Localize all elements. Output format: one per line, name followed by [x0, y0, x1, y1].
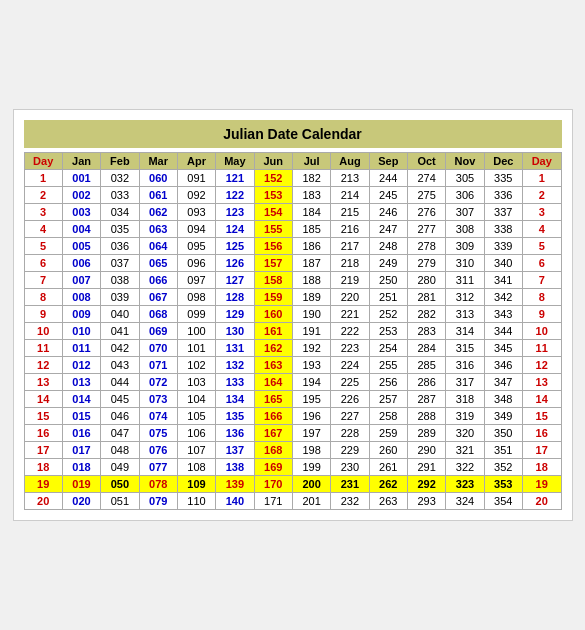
julian-date: 165: [254, 391, 292, 408]
julian-date: 289: [407, 425, 445, 442]
calendar-title: Julian Date Calendar: [24, 120, 562, 148]
julian-date: 138: [216, 459, 254, 476]
julian-date: 274: [407, 170, 445, 187]
table-row: 1801804907710813816919923026129132235218: [24, 459, 561, 476]
julian-date: 091: [177, 170, 215, 187]
julian-date: 248: [369, 238, 407, 255]
julian-date: 050: [101, 476, 139, 493]
day-number-end: 4: [522, 221, 561, 238]
day-number: 4: [24, 221, 62, 238]
julian-date: 222: [331, 323, 369, 340]
julian-date: 231: [331, 476, 369, 493]
julian-date: 155: [254, 221, 292, 238]
day-number: 3: [24, 204, 62, 221]
day-number-end: 11: [522, 340, 561, 357]
julian-date: 351: [484, 442, 522, 459]
julian-date: 201: [292, 493, 330, 510]
julian-date: 255: [369, 357, 407, 374]
julian-date: 190: [292, 306, 330, 323]
header-feb: Feb: [101, 153, 139, 170]
julian-date: 321: [446, 442, 484, 459]
header-mar: Mar: [139, 153, 177, 170]
julian-date: 213: [331, 170, 369, 187]
table-row: 60060370650961261571872182492793103406: [24, 255, 561, 272]
table-row: 1501504607410513516619622725828831934915: [24, 408, 561, 425]
calendar-table: DayJanFebMarAprMayJunJulAugSepOctNovDecD…: [24, 152, 562, 510]
julian-date: 254: [369, 340, 407, 357]
day-number: 13: [24, 374, 62, 391]
julian-date: 188: [292, 272, 330, 289]
julian-date: 318: [446, 391, 484, 408]
day-number-end: 8: [522, 289, 561, 306]
julian-date: 195: [292, 391, 330, 408]
julian-date: 200: [292, 476, 330, 493]
julian-date: 043: [101, 357, 139, 374]
julian-date: 103: [177, 374, 215, 391]
julian-date: 092: [177, 187, 215, 204]
day-number: 12: [24, 357, 62, 374]
julian-date: 275: [407, 187, 445, 204]
julian-date: 100: [177, 323, 215, 340]
julian-date: 199: [292, 459, 330, 476]
header-aug: Aug: [331, 153, 369, 170]
julian-date: 073: [139, 391, 177, 408]
day-number-end: 16: [522, 425, 561, 442]
julian-date: 232: [331, 493, 369, 510]
julian-date: 191: [292, 323, 330, 340]
julian-date: 223: [331, 340, 369, 357]
julian-date: 229: [331, 442, 369, 459]
julian-date: 041: [101, 323, 139, 340]
day-number-end: 19: [522, 476, 561, 493]
julian-date: 245: [369, 187, 407, 204]
julian-date: 047: [101, 425, 139, 442]
julian-date: 184: [292, 204, 330, 221]
julian-date: 225: [331, 374, 369, 391]
day-number-end: 20: [522, 493, 561, 510]
julian-date: 039: [101, 289, 139, 306]
julian-date: 246: [369, 204, 407, 221]
julian-date: 036: [101, 238, 139, 255]
julian-date: 352: [484, 459, 522, 476]
julian-date: 167: [254, 425, 292, 442]
julian-date: 107: [177, 442, 215, 459]
table-row: 90090400680991291601902212522823133439: [24, 306, 561, 323]
day-number-end: 5: [522, 238, 561, 255]
julian-date: 164: [254, 374, 292, 391]
julian-date: 354: [484, 493, 522, 510]
julian-date: 257: [369, 391, 407, 408]
julian-date: 263: [369, 493, 407, 510]
day-number-end: 12: [522, 357, 561, 374]
header-nov: Nov: [446, 153, 484, 170]
julian-date: 095: [177, 238, 215, 255]
julian-date: 042: [101, 340, 139, 357]
julian-date: 169: [254, 459, 292, 476]
julian-date: 038: [101, 272, 139, 289]
julian-date: 157: [254, 255, 292, 272]
julian-date: 278: [407, 238, 445, 255]
julian-date: 312: [446, 289, 484, 306]
julian-date: 353: [484, 476, 522, 493]
julian-date: 018: [62, 459, 100, 476]
julian-date: 045: [101, 391, 139, 408]
julian-date: 071: [139, 357, 177, 374]
julian-date: 136: [216, 425, 254, 442]
julian-date: 121: [216, 170, 254, 187]
julian-date: 221: [331, 306, 369, 323]
julian-date: 105: [177, 408, 215, 425]
julian-date: 342: [484, 289, 522, 306]
julian-date: 350: [484, 425, 522, 442]
julian-date: 078: [139, 476, 177, 493]
day-number-end: 18: [522, 459, 561, 476]
julian-date: 153: [254, 187, 292, 204]
julian-date: 252: [369, 306, 407, 323]
julian-date: 196: [292, 408, 330, 425]
day-number-end: 7: [522, 272, 561, 289]
julian-date: 158: [254, 272, 292, 289]
day-number-end: 17: [522, 442, 561, 459]
julian-date: 218: [331, 255, 369, 272]
julian-date: 140: [216, 493, 254, 510]
julian-date: 244: [369, 170, 407, 187]
julian-date: 346: [484, 357, 522, 374]
table-row: 1601604707510613616719722825928932035016: [24, 425, 561, 442]
julian-date: 348: [484, 391, 522, 408]
